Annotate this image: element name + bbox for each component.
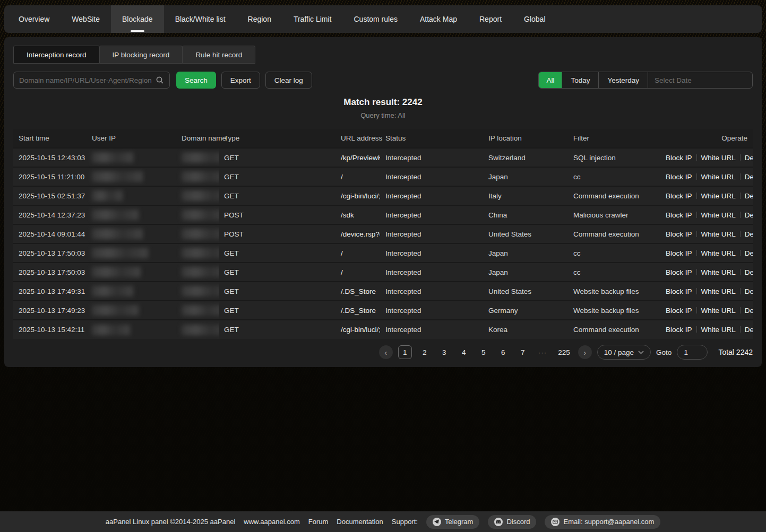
copyright-text: aaPanel Linux panel ©2014-2025 aaPanel bbox=[106, 518, 236, 526]
white-url-link[interactable]: White URL bbox=[701, 211, 736, 219]
time-filter-button[interactable]: Today bbox=[562, 72, 599, 88]
search-button[interactable]: Search bbox=[176, 72, 216, 89]
cell-url: /cgi-bin/luci/;stok=/locale?form... bbox=[335, 320, 380, 339]
time-filter-button[interactable]: Yesterday bbox=[599, 72, 648, 88]
cell-domain-name bbox=[176, 148, 219, 167]
white-url-link[interactable]: White URL bbox=[701, 249, 736, 257]
next-page-button[interactable]: › bbox=[578, 345, 592, 359]
website-link[interactable]: www.aapanel.com bbox=[244, 518, 300, 526]
details-link[interactable]: Details bbox=[745, 249, 753, 257]
details-link[interactable]: Details bbox=[745, 192, 753, 200]
cell-operate: Block IPWhite URLDetails bbox=[660, 243, 753, 263]
nav-tab[interactable]: Custom rules bbox=[343, 5, 409, 33]
nav-tab[interactable]: Blockade bbox=[111, 5, 164, 33]
details-link[interactable]: Details bbox=[745, 211, 753, 219]
cell-domain-name bbox=[176, 186, 219, 205]
record-tab[interactable]: Interception record bbox=[13, 46, 100, 64]
email-button[interactable]: Email: support@aapanel.com bbox=[545, 515, 660, 529]
details-link[interactable]: Details bbox=[745, 268, 753, 276]
white-url-link[interactable]: White URL bbox=[701, 287, 736, 295]
white-url-link[interactable]: White URL bbox=[701, 192, 736, 200]
cell-filter: Command execution bbox=[568, 186, 660, 205]
divider bbox=[740, 212, 741, 218]
nav-tab[interactable]: Attack Map bbox=[409, 5, 468, 33]
block-ip-link[interactable]: Block IP bbox=[666, 287, 692, 295]
nav-tab[interactable]: Global bbox=[513, 5, 556, 33]
white-url-link[interactable]: White URL bbox=[701, 307, 736, 315]
page-number-button[interactable]: 3 bbox=[437, 345, 451, 359]
block-ip-link[interactable]: Block IP bbox=[666, 307, 692, 315]
cell-operate: Block IPWhite URLDetails bbox=[660, 186, 753, 205]
block-ip-link[interactable]: Block IP bbox=[666, 154, 692, 162]
page-size-select[interactable]: 10 / page bbox=[597, 345, 651, 360]
nav-tab[interactable]: Black/White list bbox=[164, 5, 237, 33]
export-button[interactable]: Export bbox=[221, 72, 260, 89]
date-input[interactable] bbox=[655, 76, 748, 84]
white-url-link[interactable]: White URL bbox=[701, 230, 736, 238]
nav-tab-label: Black/White list bbox=[175, 15, 226, 23]
search-icon[interactable] bbox=[156, 76, 164, 84]
divider bbox=[696, 231, 697, 237]
record-tab[interactable]: Rule hit record bbox=[182, 46, 255, 64]
details-link[interactable]: Details bbox=[745, 230, 753, 238]
prev-page-button[interactable]: ‹ bbox=[379, 345, 393, 359]
block-ip-link[interactable]: Block IP bbox=[666, 192, 692, 200]
pagination: ‹ 1 2 3 4 5 bbox=[13, 345, 753, 360]
user-ip-redacted bbox=[92, 325, 130, 335]
block-ip-link[interactable]: Block IP bbox=[666, 211, 692, 219]
nav-tab[interactable]: Region bbox=[237, 5, 282, 33]
details-link[interactable]: Details bbox=[745, 287, 753, 295]
cell-user-ip bbox=[87, 186, 176, 205]
block-ip-link[interactable]: Block IP bbox=[666, 268, 692, 276]
details-link[interactable]: Details bbox=[745, 326, 753, 334]
query-time: Query time: All bbox=[13, 111, 753, 119]
nav-tab-label: Overview bbox=[19, 15, 49, 23]
cell-start-time: 2025-10-13 17:50:03 bbox=[13, 263, 87, 282]
details-link[interactable]: Details bbox=[745, 307, 753, 315]
white-url-link[interactable]: White URL bbox=[701, 173, 736, 181]
record-tab[interactable]: IP blocking record bbox=[99, 46, 183, 64]
page-number-label: 4 bbox=[462, 348, 466, 356]
white-url-link[interactable]: White URL bbox=[701, 268, 736, 276]
search-box bbox=[13, 72, 170, 89]
documentation-link[interactable]: Documentation bbox=[337, 518, 383, 526]
page-number-button[interactable]: 4 bbox=[457, 345, 471, 359]
nav-tab[interactable]: WebSite bbox=[61, 5, 111, 33]
clear-log-button[interactable]: Clear log bbox=[265, 72, 312, 89]
forum-link[interactable]: Forum bbox=[308, 518, 329, 526]
block-ip-link[interactable]: Block IP bbox=[666, 173, 692, 181]
page-number-button[interactable]: 2 bbox=[418, 345, 432, 359]
page-number-button[interactable]: 1 bbox=[398, 345, 412, 359]
page-number-button[interactable]: 7 bbox=[516, 345, 530, 359]
time-filter-button[interactable]: All bbox=[539, 72, 562, 88]
toolbar: Search Export Clear log All Today Yester… bbox=[13, 72, 753, 89]
telegram-button[interactable]: Telegram bbox=[426, 515, 479, 529]
cell-operate: Block IPWhite URLDetails bbox=[660, 224, 753, 243]
discord-button[interactable]: Discord bbox=[488, 515, 536, 529]
details-link[interactable]: Details bbox=[745, 173, 753, 181]
search-input[interactable] bbox=[19, 76, 156, 84]
goto-page-input[interactable] bbox=[677, 345, 708, 360]
block-ip-link[interactable]: Block IP bbox=[666, 249, 692, 257]
user-ip-redacted bbox=[92, 267, 141, 277]
details-link[interactable]: Details bbox=[745, 154, 753, 162]
time-filter-label: Today bbox=[571, 76, 590, 84]
table-row: 2025-10-13 15:42:11 GET /cgi-bin/luci/;s… bbox=[13, 320, 753, 339]
white-url-link[interactable]: White URL bbox=[701, 154, 736, 162]
nav-tab[interactable]: Overview bbox=[7, 5, 61, 33]
footer: aaPanel Linux panel ©2014-2025 aaPanel w… bbox=[0, 511, 766, 532]
page-number-button[interactable]: 6 bbox=[496, 345, 510, 359]
white-url-link[interactable]: White URL bbox=[701, 326, 736, 334]
domain-redacted bbox=[182, 210, 219, 220]
block-ip-link[interactable]: Block IP bbox=[666, 230, 692, 238]
page-number-button[interactable]: ··· bbox=[536, 345, 550, 359]
nav-tab[interactable]: Traffic Limit bbox=[282, 5, 343, 33]
cell-type: GET bbox=[219, 282, 335, 301]
cell-filter: Command execution bbox=[568, 320, 660, 339]
nav-tab[interactable]: Report bbox=[468, 5, 513, 33]
page-number-label: ··· bbox=[538, 348, 547, 356]
page-number-button[interactable]: 225 bbox=[555, 345, 573, 359]
cell-status: Intercepted bbox=[380, 205, 483, 224]
block-ip-link[interactable]: Block IP bbox=[666, 326, 692, 334]
page-number-button[interactable]: 5 bbox=[477, 345, 490, 359]
